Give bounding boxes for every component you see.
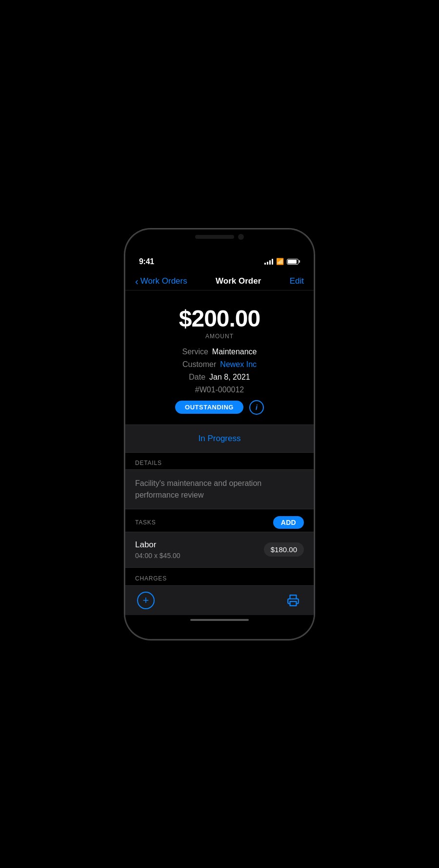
notch-circle [238, 234, 244, 240]
add-charge-button[interactable]: + [137, 592, 155, 609]
back-chevron-icon: ‹ [135, 276, 139, 286]
signal-bar-3 [269, 260, 271, 265]
signal-bar-2 [267, 262, 268, 265]
tasks-section: TASKS ADD Labor 04:00 x $45.00 $180.00 [125, 510, 314, 568]
task-name: Labor [135, 540, 180, 550]
nav-title: Work Order [216, 276, 261, 286]
battery-tip [299, 260, 300, 263]
signal-bars-icon [264, 259, 273, 265]
notch-pill [195, 235, 234, 239]
volume-up-button[interactable] [124, 322, 125, 351]
task-amount: $180.00 [264, 542, 304, 557]
main-content: $200.00 AMOUNT Service Maintenance Custo… [125, 290, 314, 639]
status-time: 9:41 [139, 257, 154, 266]
bottom-toolbar: + [125, 585, 314, 615]
battery-body [287, 259, 299, 265]
nav-bar: ‹ Work Orders Work Order Edit [125, 272, 314, 290]
status-bar: 9:41 📶 [125, 251, 314, 272]
home-indicator [125, 615, 314, 625]
service-value: Maintenance [212, 347, 257, 356]
customer-label: Customer [182, 360, 216, 369]
in-progress-section[interactable]: In Progress [125, 424, 314, 453]
print-icon [287, 594, 299, 607]
customer-value[interactable]: Newex Inc [220, 360, 257, 369]
phone-screen: 9:41 📶 ‹ Wor [125, 230, 314, 639]
add-task-button[interactable]: ADD [273, 516, 304, 529]
customer-row: Customer Newex Inc [135, 360, 304, 369]
svg-rect-0 [290, 601, 297, 606]
notch [183, 230, 256, 244]
tasks-section-header: TASKS [135, 519, 156, 526]
back-label: Work Orders [140, 276, 187, 286]
service-row: Service Maintenance [135, 347, 304, 356]
power-button[interactable] [314, 327, 315, 366]
print-button[interactable] [284, 592, 302, 609]
amount-value: $200.00 [135, 305, 304, 332]
signal-bar-4 [272, 259, 273, 265]
phone-frame: 9:41 📶 ‹ Wor [124, 229, 315, 640]
service-label: Service [182, 347, 208, 356]
order-number: #W01-000012 [135, 386, 304, 394]
badge-row: OUTSTANDING i [135, 400, 304, 415]
battery-icon [287, 259, 300, 265]
details-section: DETAILS Facility's maintenance and opera… [125, 454, 314, 509]
volume-down-button[interactable] [124, 359, 125, 388]
info-circle-button[interactable]: i [249, 400, 264, 415]
header-section: $200.00 AMOUNT Service Maintenance Custo… [125, 290, 314, 424]
amount-label: AMOUNT [135, 333, 304, 340]
in-progress-text: In Progress [135, 434, 304, 444]
info-icon: i [256, 404, 258, 411]
charges-section: CHARGES [125, 568, 314, 585]
battery-fill [288, 260, 297, 264]
date-row: Date Jan 8, 2021 [135, 373, 304, 382]
details-section-header: DETAILS [125, 454, 314, 469]
edit-button[interactable]: Edit [290, 276, 304, 286]
back-button[interactable]: ‹ Work Orders [135, 276, 187, 286]
wifi-icon: 📶 [276, 258, 284, 265]
home-bar [190, 619, 249, 621]
plus-icon: + [143, 595, 149, 606]
task-detail: 04:00 x $45.00 [135, 552, 180, 559]
details-card: Facility's maintenance and operation per… [125, 469, 314, 509]
task-row[interactable]: Labor 04:00 x $45.00 $180.00 [125, 532, 314, 568]
date-label: Date [189, 373, 205, 382]
tasks-header: TASKS ADD [125, 510, 314, 532]
status-icons: 📶 [264, 258, 300, 265]
charges-section-header: CHARGES [135, 575, 167, 582]
signal-bar-1 [264, 263, 266, 265]
task-info: Labor 04:00 x $45.00 [135, 540, 180, 559]
outstanding-badge[interactable]: OUTSTANDING [175, 401, 243, 414]
date-value: Jan 8, 2021 [209, 373, 250, 382]
notch-area [125, 230, 314, 251]
details-text: Facility's maintenance and operation per… [135, 478, 304, 501]
